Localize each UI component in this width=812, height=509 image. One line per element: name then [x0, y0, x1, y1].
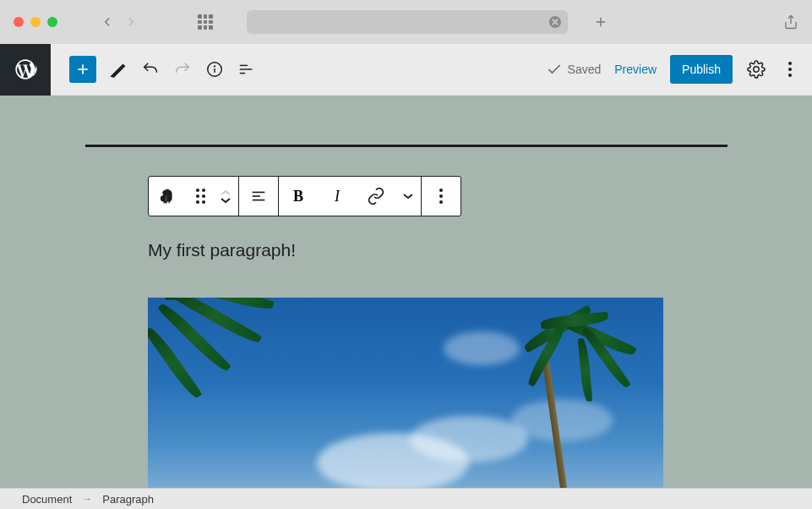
tools-button[interactable] [108, 59, 128, 79]
undo-button[interactable] [140, 59, 161, 79]
minimize-window-button[interactable] [30, 17, 41, 27]
wordpress-logo[interactable] [0, 44, 51, 96]
breadcrumb-bar: Document → Paragraph [0, 488, 812, 509]
block-toolbar: ¶ B I [148, 176, 461, 216]
paragraph-block[interactable]: My first paragraph! [148, 240, 812, 260]
maximize-window-button[interactable] [47, 17, 57, 27]
breadcrumb-separator-icon: → [82, 493, 92, 505]
forward-button[interactable] [123, 14, 139, 30]
drag-handle[interactable] [188, 177, 213, 216]
palm-tree-decoration [148, 298, 283, 433]
block-type-button[interactable]: ¶ [149, 177, 188, 216]
move-down-icon[interactable] [220, 197, 232, 204]
settings-button[interactable] [746, 59, 766, 79]
link-button[interactable] [357, 177, 395, 216]
add-block-button[interactable] [69, 56, 96, 83]
saved-indicator: Saved [546, 61, 602, 78]
preview-button[interactable]: Preview [614, 63, 657, 76]
svg-point-9 [215, 66, 215, 67]
more-formatting-button[interactable] [395, 177, 421, 216]
url-bar[interactable] [247, 10, 568, 34]
breadcrumb-root[interactable]: Document [22, 493, 72, 506]
breadcrumb-current[interactable]: Paragraph [102, 493, 154, 506]
move-buttons[interactable] [213, 177, 238, 216]
palm-tree-decoration [477, 306, 646, 488]
saved-label: Saved [568, 63, 602, 76]
svg-text:¶: ¶ [163, 187, 172, 205]
editor-canvas[interactable]: ¶ B I [0, 96, 812, 488]
title-separator [85, 145, 728, 147]
window-controls [14, 17, 57, 27]
redo-button[interactable] [172, 59, 193, 79]
new-tab-button[interactable] [593, 14, 608, 30]
italic-button[interactable]: I [318, 177, 357, 216]
clear-url-button[interactable] [549, 16, 561, 28]
block-more-options-button[interactable] [422, 177, 460, 216]
share-button[interactable] [783, 14, 798, 30]
image-block[interactable] [148, 298, 663, 488]
publish-button[interactable]: Publish [670, 55, 733, 84]
move-up-icon[interactable] [220, 189, 232, 196]
outline-button[interactable] [237, 59, 257, 79]
info-button[interactable] [204, 59, 225, 79]
bold-button[interactable]: B [279, 177, 318, 216]
align-button[interactable] [239, 177, 278, 216]
apps-grid-icon[interactable] [198, 14, 213, 30]
editor-header: Saved Preview Publish [0, 44, 812, 96]
back-button[interactable] [100, 14, 115, 30]
close-window-button[interactable] [14, 17, 24, 27]
more-menu-button[interactable] [780, 59, 800, 79]
browser-chrome [0, 0, 812, 44]
